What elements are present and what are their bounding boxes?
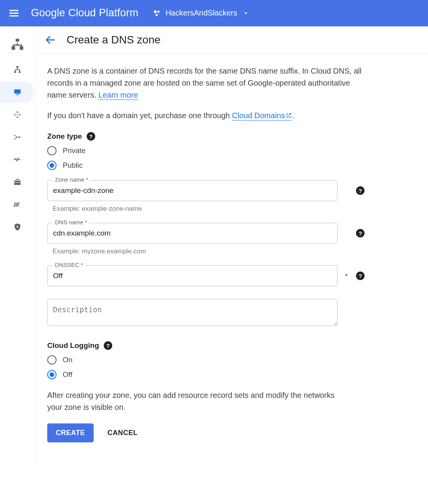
bars-icon [13,200,22,209]
svg-rect-18 [15,70,15,71]
field-label: DNS name * [53,219,89,225]
sidebar [0,26,35,466]
intro-pre: A DNS zone is a container of DNS records… [47,67,361,99]
shield-icon [13,223,22,231]
radio-label: On [63,356,72,364]
radio-label: Public [63,161,83,170]
chevron-down-icon [343,272,350,280]
logo-rest: Cloud Platform [68,7,138,19]
dns-name-field-wrap: DNS name * ? [47,223,371,244]
subintro-post: . [292,111,294,120]
radio-label: Private [63,146,86,155]
actions: CREATE CANCEL [47,423,371,442]
chevron-down-icon [242,9,250,17]
svg-rect-19 [19,70,20,71]
project-dots-icon [152,9,161,17]
project-selector[interactable]: HackersAndSlackers [152,9,250,17]
svg-point-5 [156,14,158,16]
svg-rect-11 [13,45,14,46]
help-icon[interactable]: ? [356,272,365,280]
cloud-domains-link[interactable]: Cloud Domains [232,111,292,120]
svg-rect-20 [16,95,19,95]
sidebar-item-security[interactable] [2,216,33,238]
dnssec-select[interactable] [47,265,337,286]
help-icon[interactable]: ? [87,132,95,141]
arrow-left-icon [45,34,56,46]
sidebar-item-toolbox[interactable] [2,171,33,193]
radio-icon [47,161,56,170]
logo-google: Google [31,7,65,19]
content: A DNS zone is a container of DNS records… [35,53,383,442]
sidebar-item-expand[interactable] [2,104,33,126]
sidebar-item-merge[interactable] [2,126,33,148]
learn-more-link[interactable]: Learn more [98,91,138,100]
gcp-logo[interactable]: Google Cloud Platform [31,7,139,19]
help-icon[interactable]: ? [356,186,365,195]
external-link-icon [286,112,292,120]
radio-icon [47,146,56,155]
radio-icon [47,355,56,365]
project-name: HackersAndSlackers [166,9,238,17]
sitemap-small-icon [13,65,22,74]
dns-name-helper: Example: myzone.example.com [53,248,371,255]
subintro-text: If you don't have a domain yet, purchase… [47,111,371,120]
svg-rect-8 [20,46,23,50]
sidebar-item-resistor[interactable] [2,149,33,170]
cloud-logging-label: Cloud Logging ? [47,341,371,350]
merge-icon [13,132,22,142]
top-nav: Google Cloud Platform HackersAndSlackers [0,0,428,26]
help-icon[interactable]: ? [104,341,112,350]
svg-point-3 [154,10,156,13]
svg-rect-23 [17,226,18,228]
resistor-icon [13,155,22,164]
help-icon[interactable]: ? [356,229,365,237]
monitor-icon [13,88,22,96]
zone-type-public-radio[interactable]: Public [47,161,371,170]
expand-icon [13,110,22,119]
svg-rect-14 [14,71,16,73]
zone-name-input[interactable] [47,180,337,201]
page-header: Create a DNS zone [35,26,428,53]
menu-icon [9,8,19,19]
main: Create a DNS zone A DNS zone is a contai… [35,26,428,466]
zone-name-field-wrap: Zone name * ? [47,180,371,201]
post-note: After creating your zone, you can add re… [47,389,337,413]
svg-rect-17 [15,69,20,70]
field-label: DNSSEC * [53,261,86,268]
subintro-pre: If you don't have a domain yet, purchase… [47,111,232,120]
svg-rect-22 [14,182,21,182]
back-button[interactable] [43,33,57,47]
create-button[interactable]: CREATE [47,423,94,442]
network-topology-icon [10,38,25,52]
svg-point-4 [157,10,159,12]
zone-type-label: Zone type ? [47,132,371,141]
sidebar-item-bars[interactable] [2,194,33,215]
toolbox-icon [13,178,22,186]
intro-text: A DNS zone is a container of DNS records… [47,65,371,101]
dns-name-input[interactable] [47,223,337,244]
sidebar-item-network[interactable] [2,31,33,58]
sidebar-item-dns[interactable] [0,81,33,103]
cloud-logging-on-radio[interactable]: On [47,355,371,365]
radio-icon [47,370,56,379]
field-label: Zone name * [53,176,91,183]
svg-point-21 [17,114,18,115]
svg-rect-7 [12,46,15,50]
svg-rect-6 [15,39,19,42]
radio-label: Off [63,370,72,379]
svg-rect-10 [13,45,22,46]
svg-rect-12 [21,45,22,46]
cancel-button[interactable]: CANCEL [104,423,141,442]
cloud-logging-off-radio[interactable]: Off [47,370,371,379]
zone-name-helper: Example: example-zone-name [53,205,371,213]
zone-type-private-radio[interactable]: Private [47,146,371,155]
svg-rect-15 [19,71,21,73]
hamburger-menu-button[interactable] [5,4,23,22]
description-textarea[interactable] [47,299,337,326]
svg-rect-13 [16,66,19,68]
sidebar-item-subnetworks[interactable] [2,59,33,81]
page-title: Create a DNS zone [67,34,161,46]
dnssec-field-wrap: DNSSEC * ? [47,265,371,286]
